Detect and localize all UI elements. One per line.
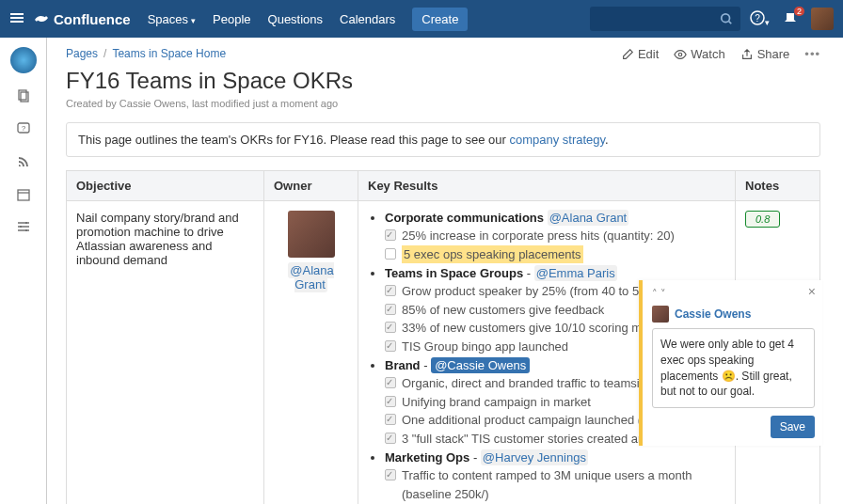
nav-people[interactable]: People [213,12,250,26]
nav-calendars[interactable]: Calendars [340,12,395,26]
notification-badge: 2 [794,7,804,16]
objective-cell: Nail company story/brand and promotion m… [67,201,264,505]
calendar-icon[interactable] [16,187,31,205]
checkbox-icon[interactable] [385,433,396,444]
edit-button[interactable]: Edit [621,47,659,61]
checkbox-icon[interactable] [385,414,396,425]
nav-links: Spaces People Questions Calendars Create [148,8,469,31]
checkbox-icon[interactable] [385,285,396,296]
left-sidebar: ? [0,38,47,504]
search-input[interactable] [590,7,740,31]
hamburger-icon[interactable] [9,10,24,28]
user-mention[interactable]: @Emma Paris [534,265,617,281]
key-result-item: 25% increase in corporate press hits (qu… [385,227,725,245]
intro-panel: This page outlines the team's OKRs for F… [66,122,820,157]
brand-label: Confluence [54,11,131,27]
score-badge: 0.8 [745,211,780,228]
frown-emoji-icon: ☹️ [722,370,736,383]
svg-point-11 [679,53,683,56]
th-objective: Objective [67,171,264,201]
checkbox-icon[interactable] [385,322,396,333]
settings-icon[interactable] [16,220,31,238]
comment-editor[interactable]: We were only able to get 4 exec ops spea… [652,328,815,408]
checkbox-icon[interactable] [385,248,396,260]
user-mention[interactable]: @Cassie Owens [431,357,530,373]
save-button[interactable]: Save [771,416,815,438]
blog-icon[interactable] [16,154,31,172]
nav-spaces[interactable]: Spaces [148,12,196,26]
th-owner: Owner [264,171,358,201]
key-result-item: 5 exec ops speaking placements [385,245,725,264]
share-button[interactable]: Share [740,47,790,61]
owner-mention[interactable]: @Alana Grant [288,262,333,292]
user-avatar[interactable] [811,8,834,30]
create-button[interactable]: Create [412,8,468,31]
close-icon[interactable]: × [803,282,820,301]
nav-questions[interactable]: Questions [268,12,324,26]
svg-text:?: ? [21,124,25,133]
page-title: FY16 Teams in Space OKRs [66,68,820,94]
page-content: Pages / Teams in Space Home Edit Watch S… [47,38,843,504]
breadcrumb-root[interactable]: Pages [66,47,98,60]
user-mention[interactable]: @Alana Grant [548,210,629,226]
th-key-results: Key Results [358,171,736,201]
user-mention[interactable]: @Harvey Jennings [481,449,588,465]
page-actions: Edit Watch Share ••• [621,47,820,61]
pages-icon[interactable] [16,88,31,106]
breadcrumb-parent[interactable]: Teams in Space Home [112,47,226,60]
help-icon[interactable]: ?▾ [750,10,770,28]
notifications-icon[interactable]: 2 [783,10,798,28]
key-result-item: Traffic to content ramped to 3M unique u… [385,466,725,503]
owner-avatar [288,211,335,258]
checkbox-icon[interactable] [385,340,396,352]
checkbox-icon[interactable] [385,377,396,388]
svg-rect-7 [18,190,29,200]
svg-text:?: ? [755,13,760,24]
comment-author-link[interactable]: Cassie Owens [675,307,751,321]
more-actions-icon[interactable]: ••• [804,47,820,61]
checkbox-icon[interactable] [385,396,396,407]
svg-rect-10 [25,229,27,231]
checkbox-icon[interactable] [385,469,396,480]
owner-cell: @Alana Grant [264,201,358,505]
top-nav: Confluence Spaces People Questions Calen… [0,0,843,38]
checkbox-icon[interactable] [385,229,396,241]
comment-avatar [652,306,669,323]
svg-rect-9 [20,226,22,228]
confluence-logo[interactable]: Confluence [34,11,131,27]
svg-rect-8 [25,222,27,224]
th-notes: Notes [736,171,820,201]
inline-comment-panel: × ˄ ˅ Cassie Owens We were only able to … [639,280,822,446]
watch-button[interactable]: Watch [674,47,724,61]
comment-nav[interactable]: ˄ ˅ [652,288,815,300]
page-byline: Created by Cassie Owens, last modified j… [66,98,820,109]
questions-icon[interactable]: ? [16,121,31,139]
space-logo-icon[interactable] [10,47,37,73]
checkbox-icon[interactable] [385,304,396,315]
svg-point-0 [722,14,730,23]
company-strategy-link[interactable]: company strategy [509,133,605,147]
